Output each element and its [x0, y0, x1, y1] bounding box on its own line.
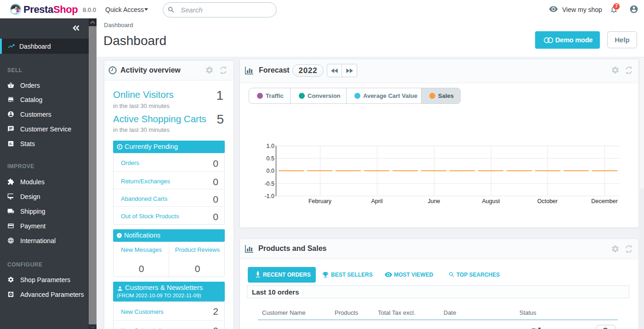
svg-text:February: February [308, 198, 332, 204]
svg-text:0.5: 0.5 [267, 155, 274, 162]
svg-text:1.0: 1.0 [267, 143, 274, 149]
svg-text:-0.5: -0.5 [264, 181, 274, 187]
svg-text:August: August [482, 198, 500, 204]
svg-text:June: June [427, 198, 440, 204]
svg-text:0.0: 0.0 [267, 168, 274, 174]
svg-text:-1.0: -1.0 [264, 193, 274, 199]
svg-text:October: October [537, 198, 558, 204]
svg-text:April: April [371, 198, 382, 204]
svg-text:December: December [591, 198, 618, 204]
